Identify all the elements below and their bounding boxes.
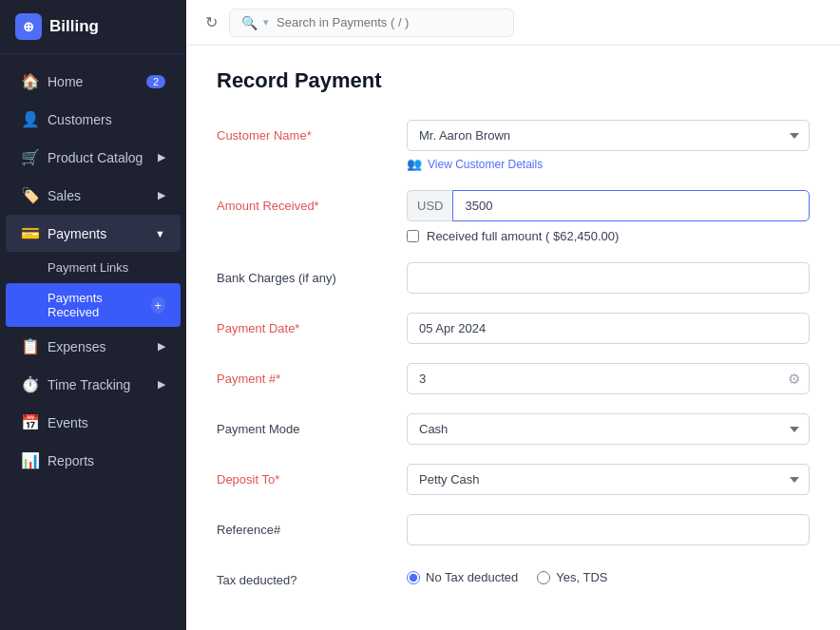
logo-symbol: ⊕	[23, 19, 34, 34]
sidebar-item-home[interactable]: 🏠 Home 2	[6, 63, 181, 100]
time-tracking-arrow: ▶	[158, 378, 165, 391]
view-customer-icon: 👥	[407, 157, 422, 171]
deposit-to-control: Petty Cash Checking Account Savings Acco…	[407, 464, 810, 495]
yes-tds-label: Yes, TDS	[556, 570, 607, 584]
payments-received-add-btn[interactable]: +	[151, 296, 165, 314]
refresh-button[interactable]: ↻	[205, 13, 218, 31]
customer-name-select[interactable]: Mr. Aaron Brown	[407, 120, 810, 151]
expenses-icon: 📋	[21, 337, 38, 355]
sales-icon: 🏷️	[21, 186, 38, 204]
sidebar-item-time-tracking-label: Time Tracking	[48, 377, 130, 392]
sidebar-item-sales-label: Sales	[48, 188, 81, 203]
customers-icon: 👤	[21, 110, 38, 128]
sidebar-item-product-catalog[interactable]: 🛒 Product Catalog ▶	[6, 139, 181, 176]
time-tracking-icon: ⏱️	[21, 375, 38, 393]
events-icon: 📅	[21, 413, 38, 431]
deposit-to-select[interactable]: Petty Cash Checking Account Savings Acco…	[407, 464, 810, 495]
logo-icon: ⊕	[15, 13, 42, 40]
reference-label: Reference#	[217, 514, 407, 537]
payment-mode-row: Payment Mode Cash Check Bank Transfer Cr…	[217, 413, 810, 445]
product-catalog-arrow: ▶	[158, 151, 165, 163]
customer-name-row: Customer Name* Mr. Aaron Brown 👥 View Cu…	[217, 120, 810, 171]
yes-tds-option[interactable]: Yes, TDS	[537, 570, 607, 584]
amount-received-label: Amount Received*	[217, 190, 407, 213]
home-icon: 🏠	[21, 72, 38, 90]
topbar: ↻ 🔍 ▾	[186, 0, 840, 46]
full-amount-label: Received full amount ( $62,450.00)	[427, 229, 619, 243]
full-amount-checkbox-row: Received full amount ( $62,450.00)	[407, 229, 810, 243]
bank-charges-control	[407, 262, 810, 294]
reports-icon: 📊	[21, 451, 38, 469]
search-box[interactable]: 🔍 ▾	[229, 9, 514, 37]
sidebar-item-product-catalog-label: Product Catalog	[48, 150, 143, 165]
amount-input[interactable]	[452, 190, 810, 221]
sidebar-item-customers[interactable]: 👤 Customers	[6, 101, 181, 138]
sidebar-item-expenses-label: Expenses	[48, 339, 105, 354]
payment-date-row: Payment Date*	[217, 313, 810, 344]
expenses-arrow: ▶	[158, 340, 165, 353]
reference-row: Reference#	[217, 514, 810, 545]
search-dropdown-arrow[interactable]: ▾	[263, 16, 269, 29]
payments-submenu: Payment Links Payments Received +	[0, 253, 186, 327]
form-area: Record Payment Customer Name* Mr. Aaron …	[186, 46, 840, 630]
tax-deducted-row: Tax deducted? No Tax deducted Yes, TDS	[217, 564, 810, 587]
reference-control	[407, 514, 810, 545]
no-tax-label: No Tax deducted	[426, 570, 518, 584]
logo: ⊕ Billing	[0, 0, 186, 54]
home-badge: 2	[146, 75, 165, 88]
sidebar-item-events[interactable]: 📅 Events	[6, 404, 181, 441]
customer-name-label: Customer Name*	[217, 120, 407, 143]
amount-input-group: USD	[407, 190, 810, 221]
payments-icon: 💳	[21, 224, 38, 242]
sidebar-item-sales[interactable]: 🏷️ Sales ▶	[6, 177, 181, 214]
sidebar-item-payments[interactable]: 💳 Payments ▼	[6, 215, 181, 252]
settings-icon[interactable]: ⚙	[788, 371, 800, 388]
sidebar-item-events-label: Events	[48, 415, 88, 430]
tax-deducted-label: Tax deducted?	[217, 564, 407, 587]
sidebar-item-payments-received[interactable]: Payments Received +	[6, 283, 181, 327]
sidebar-item-payments-label: Payments	[48, 226, 106, 241]
sidebar-item-time-tracking[interactable]: ⏱️ Time Tracking ▶	[6, 366, 181, 403]
bank-charges-input[interactable]	[407, 262, 810, 294]
no-tax-radio[interactable]	[407, 571, 420, 584]
payment-number-row: Payment #* ⚙	[217, 363, 810, 394]
payment-number-input[interactable]	[407, 363, 810, 394]
payment-date-control	[407, 313, 810, 344]
tax-deducted-radio-group: No Tax deducted Yes, TDS	[407, 564, 810, 584]
currency-badge: USD	[407, 190, 452, 221]
sidebar-item-customers-label: Customers	[48, 112, 112, 127]
bank-charges-label: Bank Charges (if any)	[217, 262, 407, 285]
sidebar-item-home-label: Home	[48, 74, 83, 89]
sidebar-nav: 🏠 Home 2 👤 Customers 🛒 Product Catalog ▶…	[0, 54, 186, 630]
payment-mode-select[interactable]: Cash Check Bank Transfer Credit Card	[407, 413, 810, 445]
payment-number-label: Payment #*	[217, 363, 407, 386]
customer-name-control: Mr. Aaron Brown 👥 View Customer Details	[407, 120, 810, 171]
sidebar-item-reports-label: Reports	[48, 453, 94, 468]
product-catalog-icon: 🛒	[21, 148, 38, 166]
app-name: Billing	[49, 17, 99, 36]
yes-tds-radio[interactable]	[537, 571, 550, 584]
amount-received-control: USD Received full amount ( $62,450.00)	[407, 190, 810, 243]
no-tax-option[interactable]: No Tax deducted	[407, 570, 518, 584]
payments-received-label: Payments Received	[48, 291, 142, 319]
deposit-to-row: Deposit To* Petty Cash Checking Account …	[217, 464, 810, 495]
view-customer-link[interactable]: 👥 View Customer Details	[407, 157, 810, 171]
page-title: Record Payment	[217, 68, 810, 93]
payment-date-input[interactable]	[407, 313, 810, 344]
search-input[interactable]	[277, 15, 467, 29]
deposit-to-label: Deposit To*	[217, 464, 407, 487]
tax-deducted-control: No Tax deducted Yes, TDS	[407, 564, 810, 584]
payment-number-control: ⚙	[407, 363, 810, 394]
payment-links-label: Payment Links	[48, 260, 128, 275]
full-amount-checkbox[interactable]	[407, 230, 419, 242]
sidebar-item-payment-links[interactable]: Payment Links	[6, 253, 181, 282]
sales-arrow: ▶	[158, 189, 165, 201]
reference-input[interactable]	[407, 514, 810, 545]
sidebar-item-expenses[interactable]: 📋 Expenses ▶	[6, 328, 181, 365]
sidebar: ⊕ Billing 🏠 Home 2 👤 Customers 🛒 Product…	[0, 0, 186, 630]
sidebar-item-reports[interactable]: 📊 Reports	[6, 442, 181, 479]
payments-arrow: ▼	[155, 228, 165, 239]
search-icon: 🔍	[241, 15, 258, 30]
bank-charges-row: Bank Charges (if any)	[217, 262, 810, 294]
view-customer-text: View Customer Details	[428, 158, 543, 171]
